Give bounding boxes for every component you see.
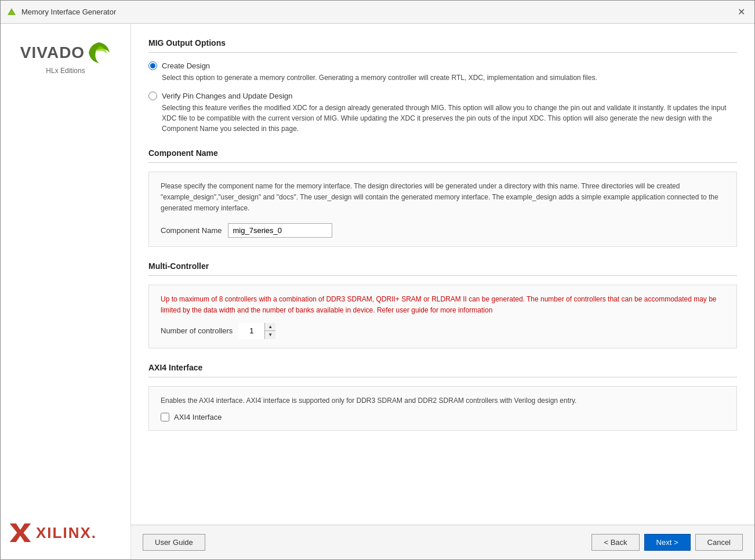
bottom-right-buttons: < Back Next > Cancel — [591, 534, 743, 551]
axi4-desc: Enables the AXI4 interface. AXI4 interfa… — [161, 395, 725, 406]
verify-pin-desc: Selecting this feature verifies the modi… — [162, 103, 737, 134]
window-title: Memory Interface Generator — [21, 8, 116, 16]
bottom-bar: User Guide < Back Next > Cancel — [131, 525, 754, 559]
create-design-desc: Select this option to generate a memory … — [162, 72, 737, 83]
axi4-box: Enables the AXI4 interface. AXI4 interfa… — [148, 386, 737, 431]
multi-controller-box: Up to maximum of 8 controllers with a co… — [148, 285, 737, 348]
create-design-label-row: Create Design — [148, 61, 737, 70]
controllers-label: Number of controllers — [161, 326, 233, 335]
axi4-checkbox-row: AXI4 Interface — [161, 413, 725, 421]
spinner-up-button[interactable]: ▲ — [265, 323, 275, 331]
mig-output-section: MIG Output Options Create Design Select … — [148, 38, 737, 134]
component-name-input[interactable] — [228, 223, 332, 238]
sidebar: VIVADO HLx Editions XILINX. — [1, 24, 131, 559]
component-name-box: Please specify the component name for th… — [148, 172, 737, 247]
titlebar: Memory Interface Generator ✕ — [1, 1, 754, 24]
component-input-row: Component Name — [161, 223, 725, 238]
bottom-left-buttons: User Guide — [143, 534, 205, 551]
vivado-logo: VIVADO — [20, 41, 111, 64]
app-icon — [6, 7, 17, 17]
verify-pin-radio[interactable] — [148, 92, 157, 100]
multi-controller-desc: Up to maximum of 8 controllers with a co… — [161, 294, 725, 316]
verify-pin-option: Verify Pin Changes and Update Design Sel… — [148, 92, 737, 134]
xilinx-icon — [9, 523, 31, 542]
verify-pin-label-row: Verify Pin Changes and Update Design — [148, 92, 737, 100]
user-guide-button[interactable]: User Guide — [143, 534, 205, 551]
component-name-section: Component Name Please specify the compon… — [148, 148, 737, 247]
close-button[interactable]: ✕ — [734, 5, 749, 19]
titlebar-left: Memory Interface Generator — [6, 7, 116, 17]
component-name-desc: Please specify the component name for th… — [161, 181, 725, 214]
controllers-input[interactable] — [238, 323, 264, 339]
controllers-spinner: ▲ ▼ — [238, 323, 275, 339]
content-scroll: MIG Output Options Create Design Select … — [131, 24, 754, 525]
vivado-logo-area: VIVADO HLx Editions — [9, 35, 122, 75]
main-window: Memory Interface Generator ✕ VIVADO HLx … — [0, 0, 755, 560]
create-design-radio[interactable] — [148, 61, 157, 70]
create-design-label[interactable]: Create Design — [162, 61, 210, 70]
radio-group: Create Design Select this option to gene… — [148, 61, 737, 134]
create-design-option: Create Design Select this option to gene… — [148, 61, 737, 83]
verify-pin-label[interactable]: Verify Pin Changes and Update Design — [162, 92, 292, 100]
axi4-header: AXI4 Interface — [148, 363, 737, 377]
svg-marker-2 — [10, 523, 31, 542]
back-button[interactable]: < Back — [591, 534, 639, 551]
content-area: MIG Output Options Create Design Select … — [131, 24, 754, 559]
spinner-down-button[interactable]: ▼ — [265, 331, 275, 339]
axi4-checkbox[interactable] — [161, 413, 169, 421]
axi4-section: AXI4 Interface Enables the AXI4 interfac… — [148, 363, 737, 431]
vivado-text: VIVADO — [20, 43, 85, 62]
vivado-leaf-icon — [88, 41, 111, 64]
axi4-checkbox-label[interactable]: AXI4 Interface — [174, 413, 222, 421]
mig-output-header: MIG Output Options — [148, 38, 737, 53]
vivado-subtitle: HLx Editions — [46, 67, 85, 75]
next-button[interactable]: Next > — [644, 534, 691, 551]
controller-input-row: Number of controllers ▲ ▼ — [161, 323, 725, 339]
multi-controller-header: Multi-Controller — [148, 261, 737, 276]
spinner-buttons: ▲ ▼ — [264, 323, 275, 339]
main-content: VIVADO HLx Editions XILINX. — [1, 24, 754, 559]
xilinx-logo-area: XILINX. — [9, 523, 122, 548]
component-name-header: Component Name — [148, 148, 737, 163]
xilinx-text: XILINX. — [36, 524, 97, 542]
multi-controller-section: Multi-Controller Up to maximum of 8 cont… — [148, 261, 737, 348]
cancel-button[interactable]: Cancel — [695, 534, 743, 551]
component-name-label: Component Name — [161, 226, 222, 235]
